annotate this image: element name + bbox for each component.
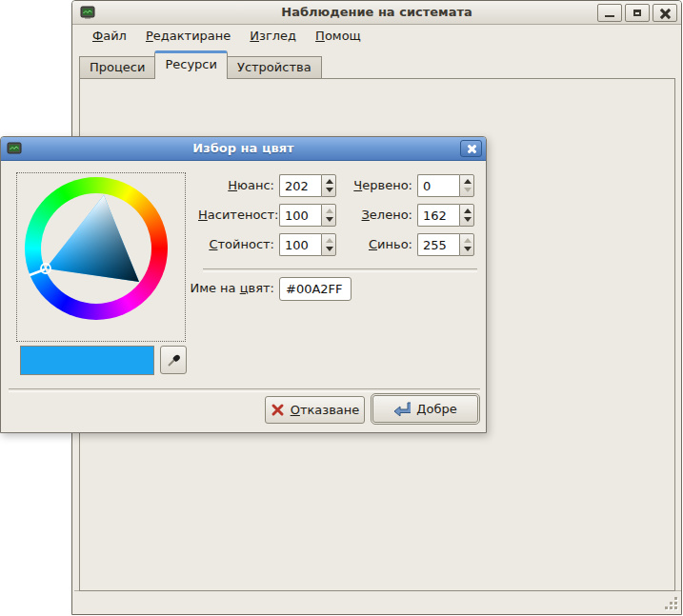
hue-spinner (279, 174, 336, 197)
value-label: Стойност: (198, 233, 274, 256)
red-down-arrow[interactable] (460, 186, 473, 196)
hue-label: Нюанс: (198, 174, 274, 197)
blue-spinner (417, 233, 474, 256)
eyedropper-button[interactable] (160, 346, 187, 374)
fields-separator (203, 268, 477, 272)
green-down-arrow[interactable] (460, 215, 473, 226)
blue-label: Синьо: (336, 233, 412, 256)
cancel-button[interactable]: Отказване (265, 396, 365, 424)
resize-grip[interactable] (664, 596, 677, 609)
cancel-label: Отказване (291, 403, 360, 417)
maximize-icon (633, 10, 641, 16)
value-down-arrow[interactable] (322, 245, 335, 255)
cancel-x-icon (271, 403, 285, 417)
green-spinner (417, 204, 474, 227)
tab-devices[interactable]: Устройства (227, 56, 322, 79)
menu-edit[interactable]: Редактиране (137, 27, 239, 45)
red-up-arrow[interactable] (460, 175, 473, 186)
maximize-button[interactable] (625, 4, 650, 22)
saturation-input[interactable] (279, 204, 321, 227)
menu-view[interactable]: Изглед (241, 27, 305, 45)
saturation-spinner (279, 204, 336, 227)
color-name-label: Име на цвят: (172, 277, 274, 300)
green-input[interactable] (417, 204, 459, 227)
blue-down-arrow[interactable] (460, 245, 473, 255)
blue-up-arrow[interactable] (460, 234, 473, 245)
menu-help[interactable]: Помощ (307, 27, 370, 45)
hue-wheel[interactable] (25, 177, 168, 320)
menubar: Файл Редактиране Изглед Помощ (72, 25, 681, 47)
color-name-input[interactable] (279, 277, 352, 301)
value-input[interactable] (279, 233, 321, 256)
hue-input[interactable] (279, 174, 321, 197)
tab-resources[interactable]: Ресурси (154, 50, 228, 79)
buttons-separator (9, 388, 480, 392)
minimize-button[interactable] (597, 4, 622, 22)
menu-file[interactable]: Файл (84, 27, 135, 45)
hue-down-arrow[interactable] (322, 186, 335, 196)
eyedropper-icon (166, 352, 182, 368)
tab-processes[interactable]: Процеси (79, 56, 155, 79)
red-label: Червено: (336, 174, 412, 197)
saturation-value-triangle[interactable] (25, 177, 168, 320)
ok-enter-icon (393, 402, 411, 416)
close-button[interactable] (653, 4, 677, 22)
ok-button[interactable]: Добре (372, 395, 478, 423)
blue-input[interactable] (417, 233, 459, 256)
dialog-title: Избор на цвят (1, 141, 486, 155)
red-spinner (417, 174, 474, 197)
window-title: Наблюдение на системата (72, 5, 681, 19)
main-titlebar[interactable]: Наблюдение на системата (72, 1, 681, 25)
saturation-up-arrow[interactable] (322, 205, 335, 215)
saturation-down-arrow[interactable] (322, 215, 335, 226)
statusbar (74, 590, 681, 612)
hue-up-arrow[interactable] (322, 175, 335, 186)
red-input[interactable] (417, 174, 459, 197)
current-color-sample (20, 346, 154, 375)
green-up-arrow[interactable] (460, 205, 473, 215)
ok-label: Добре (416, 402, 456, 416)
saturation-label: Наситеност: (198, 204, 274, 227)
value-spinner (279, 233, 336, 256)
dialog-close-button[interactable] (460, 140, 482, 157)
green-label: Зелено: (336, 204, 412, 227)
minimize-icon (605, 15, 614, 17)
dialog-titlebar[interactable]: Избор на цвят (1, 137, 486, 161)
tabstrip: Процеси Ресурси Устройства (79, 52, 321, 79)
color-picker-dialog: Избор на цвят (0, 136, 487, 433)
value-up-arrow[interactable] (322, 234, 335, 245)
